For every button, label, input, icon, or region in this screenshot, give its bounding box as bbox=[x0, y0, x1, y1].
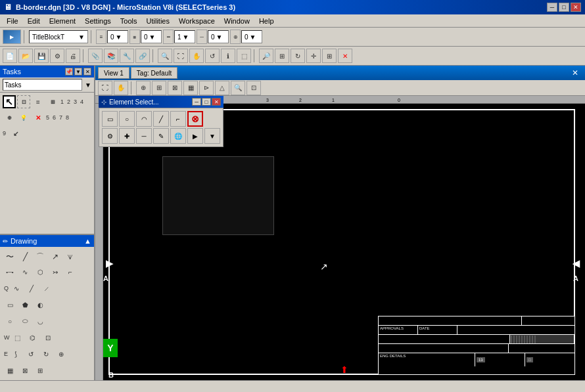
view-close-button[interactable]: ✕ bbox=[568, 66, 582, 80]
draw-curve1[interactable]: 〜 bbox=[3, 250, 17, 264]
titleblock-combo[interactable]: TitleBlockT ▼ bbox=[29, 30, 88, 43]
vt6[interactable]: △ bbox=[215, 81, 229, 95]
task-icon-3[interactable]: ≡ bbox=[32, 95, 45, 108]
zoom-button[interactable]: 🔍 bbox=[158, 49, 172, 63]
task-icon-4[interactable]: ⊞ bbox=[46, 95, 59, 108]
vt3[interactable]: ⊠ bbox=[168, 81, 182, 95]
draw-zigzag[interactable]: ⩛ bbox=[63, 250, 78, 264]
view-canvas[interactable]: 3 2 1 0 B B A A ▶ bbox=[95, 96, 585, 380]
vt1[interactable]: ⊕ bbox=[136, 81, 151, 95]
task-icon-2[interactable]: ⊡ bbox=[17, 95, 30, 108]
vt8[interactable]: ⊡ bbox=[246, 81, 261, 95]
draw-bezier[interactable]: ∿ bbox=[18, 265, 32, 279]
tool-minus-btn[interactable]: ─ bbox=[136, 128, 152, 144]
close-button[interactable]: ✕ bbox=[571, 3, 581, 12]
draw-w1[interactable]: ⬚ bbox=[11, 330, 25, 345]
tools-button[interactable]: 🔧 bbox=[120, 49, 134, 63]
draw-b1[interactable]: ▦ bbox=[3, 363, 17, 378]
maximize-button[interactable]: □ bbox=[559, 3, 569, 12]
zoom2-button[interactable]: 🔎 bbox=[259, 49, 273, 63]
tool-dropdown-btn[interactable]: ▼ bbox=[204, 128, 220, 144]
info-button[interactable]: ℹ bbox=[221, 49, 235, 63]
draw-b2[interactable]: ⊠ bbox=[18, 363, 32, 378]
open-button[interactable]: 📂 bbox=[18, 49, 33, 63]
update-button[interactable]: ↻ bbox=[291, 49, 305, 63]
draw-ellipse[interactable]: ⬭ bbox=[18, 314, 32, 328]
snap-button[interactable]: ✛ bbox=[306, 49, 321, 63]
save-button[interactable]: 💾 bbox=[34, 49, 49, 63]
draw-e1[interactable]: ⟆ bbox=[9, 347, 23, 361]
draw-b3[interactable]: ⊞ bbox=[33, 363, 47, 378]
settings-button[interactable]: ⚙ bbox=[50, 49, 64, 63]
pan-view-button[interactable]: ✋ bbox=[114, 81, 128, 95]
menu-settings[interactable]: Settings bbox=[81, 16, 115, 26]
draw-elbow[interactable]: ⌐ bbox=[63, 265, 78, 279]
tasks-close-button[interactable]: ✕ bbox=[83, 68, 91, 76]
reference-button[interactable]: 🔗 bbox=[135, 49, 150, 63]
rotate-button[interactable]: ↺ bbox=[205, 49, 220, 63]
task-group3[interactable]: ✕ bbox=[32, 111, 45, 124]
task-group2[interactable]: 💡 bbox=[17, 111, 30, 124]
tasks-options-button[interactable]: ▼ bbox=[74, 68, 82, 76]
window-button[interactable]: ⊞ bbox=[275, 49, 289, 63]
tool-arc-btn[interactable]: ◠ bbox=[136, 111, 152, 127]
tool-plus-btn[interactable]: ✚ bbox=[119, 128, 135, 144]
color-combo[interactable]: 0▼ bbox=[141, 30, 162, 43]
menu-edit[interactable]: Edit bbox=[24, 16, 44, 26]
fit-view-button[interactable]: ⛶ bbox=[98, 81, 112, 95]
dialog-max-button[interactable]: □ bbox=[202, 98, 211, 106]
print-button[interactable]: 🖨 bbox=[66, 49, 80, 63]
weight-combo[interactable]: 1▼ bbox=[174, 30, 195, 43]
pan-button[interactable]: ✋ bbox=[189, 49, 204, 63]
draw-arrow1[interactable]: ↗ bbox=[48, 250, 62, 264]
attach-button[interactable]: 📎 bbox=[88, 49, 103, 63]
tool-gear-btn[interactable]: ⚙ bbox=[102, 128, 118, 144]
task-select-tool[interactable]: ↖ bbox=[3, 95, 16, 108]
task-icon-9[interactable]: ↙ bbox=[9, 127, 22, 140]
draw-shape[interactable]: ⬟ bbox=[18, 297, 32, 312]
menu-window[interactable]: Window bbox=[220, 16, 254, 26]
draw-rect[interactable]: ▭ bbox=[3, 297, 17, 312]
extra-combo[interactable]: 0▼ bbox=[241, 30, 262, 43]
menu-tools[interactable]: Tools bbox=[116, 16, 141, 26]
draw-e2[interactable]: ↺ bbox=[24, 347, 38, 361]
minimize-button[interactable]: ─ bbox=[547, 3, 557, 12]
menu-file[interactable]: File bbox=[3, 16, 22, 26]
draw-q3[interactable]: ⟋ bbox=[39, 281, 54, 295]
draw-shape2[interactable]: ◐ bbox=[33, 297, 47, 312]
tasks-combo-arrow[interactable]: ▼ bbox=[85, 81, 91, 89]
tool-globe-btn[interactable]: 🌐 bbox=[170, 128, 186, 144]
tool-edit-btn[interactable]: ✎ bbox=[153, 128, 169, 144]
draw-circle[interactable]: ○ bbox=[3, 314, 17, 328]
draw-spline[interactable]: ↣ bbox=[48, 265, 62, 279]
draw-dot[interactable]: •─• bbox=[3, 265, 17, 279]
new-button[interactable]: 📄 bbox=[3, 49, 17, 63]
level-combo[interactable]: 0▼ bbox=[107, 30, 128, 43]
draw-q1[interactable]: ∿ bbox=[9, 281, 24, 295]
vt2[interactable]: ⊞ bbox=[152, 81, 166, 95]
draw-e3[interactable]: ↻ bbox=[39, 347, 53, 361]
fence-button[interactable]: ⬚ bbox=[237, 49, 251, 63]
draw-w3[interactable]: ⊡ bbox=[41, 330, 55, 345]
dialog-close-button[interactable]: ✕ bbox=[212, 98, 221, 106]
task-group1[interactable]: ⊕ bbox=[3, 111, 16, 124]
tool-circle-btn[interactable]: ○ bbox=[119, 111, 135, 127]
draw-line1[interactable]: ╱ bbox=[18, 250, 32, 264]
menu-element[interactable]: Element bbox=[45, 16, 80, 26]
style-combo[interactable]: 0▼ bbox=[208, 30, 229, 43]
drawing-collapse-button[interactable]: ▲ bbox=[84, 237, 91, 245]
menu-workspace[interactable]: Workspace bbox=[175, 16, 219, 26]
tool-poly-btn[interactable]: ⌐ bbox=[170, 111, 186, 127]
view-tab-1[interactable]: View 1 bbox=[98, 67, 129, 79]
vt4[interactable]: ▦ bbox=[183, 81, 198, 95]
draw-q2[interactable]: ╱ bbox=[24, 281, 39, 295]
vt7[interactable]: 🔍 bbox=[231, 81, 245, 95]
vt5[interactable]: ⊳ bbox=[199, 81, 214, 95]
delete-button[interactable]: ✕ bbox=[338, 49, 352, 63]
draw-e4[interactable]: ⊕ bbox=[54, 347, 68, 361]
tool-rect-btn[interactable]: ▭ bbox=[102, 111, 118, 127]
draw-w2[interactable]: ⌬ bbox=[26, 330, 40, 345]
tool-arrow-btn[interactable]: ▶ bbox=[187, 128, 203, 144]
select-button[interactable]: ⊞ bbox=[322, 49, 337, 63]
layer-button[interactable]: 📚 bbox=[104, 49, 118, 63]
